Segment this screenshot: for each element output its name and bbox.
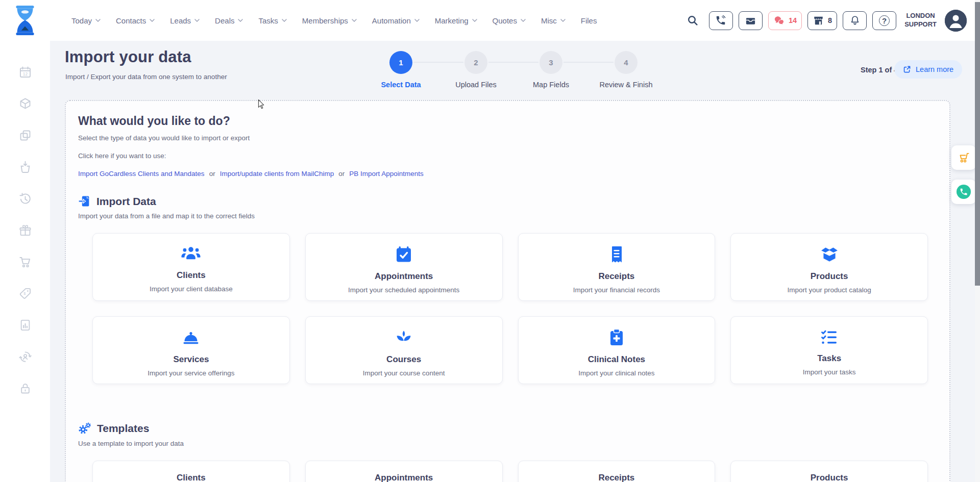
import-stepper: 1 Select Data 2 Upload Files 3 Map Field… [363, 51, 664, 89]
template-card-products[interactable]: Products [730, 461, 928, 482]
price-tag-icon[interactable]: $ [18, 287, 32, 300]
import-card-courses[interactable]: Courses Import your course content [305, 316, 503, 384]
lock-icon[interactable] [18, 382, 32, 395]
open-box-icon [819, 244, 840, 265]
clipboard-plus-icon [606, 327, 627, 348]
gift-icon[interactable] [18, 223, 32, 237]
card-description: Import your service offerings [93, 369, 289, 377]
nav-item-quotes[interactable]: Quotes [493, 16, 526, 25]
link-gocardless-import[interactable]: Import GoCardless Clients and Mandates [78, 170, 205, 177]
template-card-clients[interactable]: Clients [92, 461, 290, 482]
external-link-icon [903, 65, 911, 73]
step-select-data[interactable]: 1 Select Data [363, 51, 438, 89]
nav-label: Contacts [116, 16, 146, 25]
card-title: Appointments [306, 271, 502, 282]
nav-item-automation[interactable]: Automation [372, 16, 420, 25]
card-title: Services [93, 354, 289, 365]
quick-links-row: Import GoCardless Clients and Mandates o… [78, 170, 937, 177]
vertical-scrollbar-track[interactable] [975, 0, 980, 482]
search-icon [687, 14, 699, 27]
step-upload-files[interactable]: 2 Upload Files [438, 51, 513, 89]
step-label: Map Fields [513, 81, 589, 89]
nav-item-leads[interactable]: Leads [170, 16, 200, 25]
nav-label: Marketing [435, 16, 469, 25]
import-card-services[interactable]: Services Import your service offerings [92, 316, 290, 384]
floating-whatsapp-button[interactable] [951, 180, 976, 204]
hourglass-logo-icon [12, 5, 38, 36]
step-map-fields[interactable]: 3 Map Fields [513, 51, 589, 89]
template-card-appointments[interactable]: Appointments [305, 461, 503, 482]
nav-item-tasks[interactable]: Tasks [258, 16, 286, 25]
chevron-down-icon [472, 19, 477, 22]
account-sync-icon[interactable] [18, 350, 32, 364]
card-description: Import your tasks [731, 368, 927, 376]
nav-label: Deals [215, 16, 234, 25]
checklist-icon [819, 327, 840, 347]
card-description: Import your client database [93, 285, 289, 293]
phone-icon [715, 15, 726, 26]
phone-button[interactable] [709, 11, 733, 30]
topbar-actions: 14 8 ? LONDON SUPPORT [684, 0, 967, 41]
inbox-button[interactable] [739, 11, 763, 30]
chevron-down-icon [352, 19, 357, 22]
nav-item-today[interactable]: Today [71, 16, 101, 25]
chat-notifications-button[interactable]: 14 [768, 11, 802, 30]
nav-label: Tasks [258, 16, 278, 25]
step-review-finish[interactable]: 4 Review & Finish [589, 51, 664, 89]
nav-item-misc[interactable]: Misc [541, 16, 566, 25]
history-icon[interactable] [18, 192, 32, 206]
report-icon[interactable] [18, 318, 32, 332]
step-number: 2 [464, 51, 487, 74]
import-card-clients[interactable]: Clients Import your client database [92, 233, 290, 301]
page-subtitle: Import / Export your data from one syste… [65, 73, 227, 81]
chevron-down-icon [521, 19, 526, 22]
import-card-clinical-notes[interactable]: Clinical Notes Import your clinical note… [518, 316, 716, 384]
step-number: 1 [389, 51, 412, 74]
step-number: 3 [540, 51, 562, 74]
nav-item-marketing[interactable]: Marketing [435, 16, 477, 25]
search-button[interactable] [684, 12, 701, 29]
nav-item-files[interactable]: Files [581, 16, 597, 25]
duplicate-icon[interactable] [18, 129, 32, 142]
nav-item-memberships[interactable]: Memberships [302, 16, 357, 25]
floating-cart-button[interactable] [951, 145, 976, 170]
account-name-line1: LONDON [904, 12, 937, 20]
bag-download-icon[interactable] [18, 160, 32, 174]
import-card-receipts[interactable]: Receipts Import your financial records [518, 233, 716, 301]
store-button[interactable]: 8 [807, 11, 837, 30]
template-card-receipts[interactable]: Receipts [518, 461, 716, 482]
chat-count-badge: 14 [789, 16, 797, 24]
package-icon[interactable] [18, 97, 32, 111]
nav-item-contacts[interactable]: Contacts [116, 16, 155, 25]
import-data-section-title: Import Data [96, 195, 156, 208]
step-number: 4 [615, 51, 638, 74]
help-button[interactable]: ? [872, 11, 896, 30]
card-title: Courses [306, 354, 502, 365]
templates-section-subtitle: Use a template to import your data [78, 440, 937, 447]
notifications-button[interactable] [843, 11, 867, 30]
calendar-icon[interactable]: 12 [18, 65, 32, 79]
nav-item-deals[interactable]: Deals [215, 16, 243, 25]
chevron-down-icon [238, 19, 243, 22]
users-icon [180, 244, 202, 264]
chevron-down-icon [560, 19, 566, 22]
page-title: Import your data [65, 48, 191, 66]
learn-more-button[interactable]: Learn more [894, 60, 962, 79]
chevron-down-icon [282, 19, 287, 22]
card-description: Import your product catalog [731, 286, 927, 294]
step-label: Select Data [363, 81, 438, 89]
calendar-check-icon [394, 244, 414, 265]
card-title: Clients [93, 270, 289, 281]
account-name[interactable]: LONDON SUPPORT [904, 12, 937, 29]
link-pb-import-appointments[interactable]: PB Import Appointments [349, 170, 424, 177]
app-logo[interactable] [12, 5, 38, 38]
card-description: Import your course content [306, 369, 502, 377]
import-card-tasks[interactable]: Tasks Import your tasks [730, 316, 928, 384]
vertical-scrollbar-thumb[interactable] [975, 2, 980, 286]
cart-icon[interactable] [18, 255, 32, 269]
avatar[interactable] [945, 10, 967, 32]
import-card-appointments[interactable]: Appointments Import your scheduled appoi… [305, 233, 503, 301]
import-card-products[interactable]: Products Import your product catalog [730, 233, 928, 301]
link-mailchimp-import[interactable]: Import/update clients from MailChimp [220, 170, 334, 177]
store-count-badge: 8 [828, 16, 832, 24]
